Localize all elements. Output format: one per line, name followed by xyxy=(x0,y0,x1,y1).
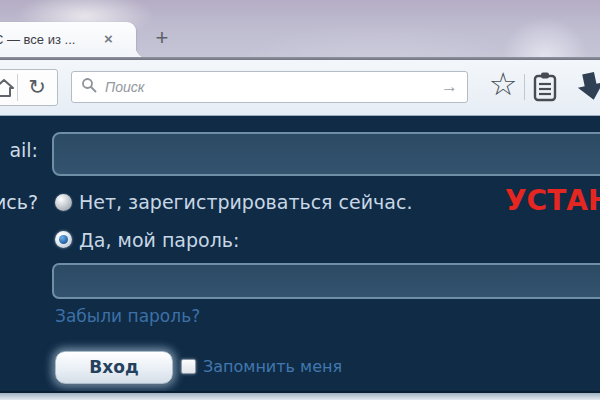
search-bar[interactable]: Поиск → xyxy=(71,71,468,103)
navigation-button-group: ↻ xyxy=(0,69,58,106)
page-bottom-strip xyxy=(0,391,600,400)
email-input[interactable] xyxy=(52,132,600,176)
radio-have-password-label[interactable]: Да, мой пароль: xyxy=(79,229,239,251)
toolbar-separator xyxy=(17,74,18,101)
red-overlay-text: УСТАН xyxy=(505,184,600,217)
password-input[interactable] xyxy=(52,263,600,299)
tab-title: С — все из ... xyxy=(0,32,98,47)
search-input[interactable]: Поиск xyxy=(105,79,441,95)
downloads-icon[interactable] xyxy=(575,69,600,105)
reload-icon[interactable]: ↻ xyxy=(24,73,50,101)
new-tab-button[interactable]: + xyxy=(147,25,177,51)
bookmarks-menu-icon[interactable] xyxy=(531,71,559,103)
registered-question-label: ись? xyxy=(0,191,38,213)
home-icon[interactable] xyxy=(0,77,15,99)
forgot-password-link[interactable]: Забыли пароль? xyxy=(55,306,200,326)
remember-me-checkbox[interactable] xyxy=(181,359,196,374)
search-icon xyxy=(81,77,97,97)
bookmark-star-icon[interactable]: ☆ xyxy=(486,62,520,106)
radio-register-new[interactable] xyxy=(55,194,72,211)
browser-window: С — все из ... × + ↻ Поиск → ☆ xyxy=(0,0,600,400)
radio-register-new-label[interactable]: Нет, зарегистрироваться сейчас. xyxy=(79,191,412,213)
email-label: ail: xyxy=(0,139,38,161)
browser-toolbar: ↻ Поиск → ☆ xyxy=(0,60,600,116)
go-arrow-icon[interactable]: → xyxy=(441,77,458,97)
radio-have-password[interactable] xyxy=(55,231,72,248)
tab-close-icon[interactable]: × xyxy=(104,31,113,47)
toolbar-separator xyxy=(524,74,525,100)
login-button[interactable]: Вход xyxy=(55,351,173,384)
remember-me-label[interactable]: Запомнить меня xyxy=(203,357,342,376)
browser-tab[interactable]: С — все из ... × xyxy=(0,22,136,58)
